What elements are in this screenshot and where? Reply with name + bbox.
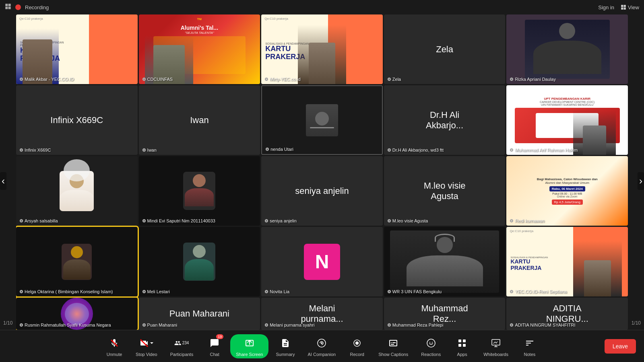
stop-video-button[interactable]: Stop Video [130,333,163,359]
svg-point-16 [429,342,430,343]
participant-display-name: Zela [436,44,453,55]
participants-button[interactable]: 234 Participants [165,333,199,359]
svg-point-14 [355,341,359,345]
chat-badge: 19 [216,334,223,339]
share-screen-icon [242,336,257,350]
participant-name: Melani purnama syahri [264,323,314,327]
notes-icon [522,336,537,350]
top-bar: Recording Sign in View [0,0,644,14]
participant-cell[interactable]: Helga Oktarina ( Bimbingan Konseling Isl… [16,227,138,296]
share-screen-button[interactable]: Share Screen [230,334,268,358]
unmute-button[interactable]: Unmute [100,333,128,359]
chat-label: Chat [210,352,219,357]
whiteboards-label: Whiteboards [483,352,508,357]
apps-label: Apps [457,352,467,357]
participant-name: CDCUINFAS [142,77,173,82]
participant-display-name: M.leo visie Agusta [414,181,475,202]
reactions-label: Reactions [421,352,441,357]
participants-icon: 234 [174,336,189,350]
captions-icon [386,336,400,350]
view-button[interactable]: View [621,4,639,10]
share-screen-label: Share Screen [236,352,263,357]
participant-display-name: seniya anjelin [295,186,349,196]
participant-name: Muhammad Arif Rahman Hakim [510,148,578,152]
svg-rect-2 [5,7,8,9]
participant-display-name: ADITIA NINGRU... [537,303,598,324]
right-page-indicator: 1/10 [632,320,641,326]
record-icon [350,336,364,350]
svg-rect-4 [621,5,623,7]
record-label: Record [350,352,364,357]
svg-rect-5 [624,5,626,7]
whiteboards-icon [489,336,503,350]
chat-button[interactable]: 19 Chat [200,333,229,359]
participant-display-name: Iwan [190,115,208,125]
participant-name: Rusmin Rahmatullah Syafii Kusuma Negara [19,323,111,327]
participant-cell: N Novita Lia [261,227,383,296]
microphone-icon [107,336,122,350]
apps-button[interactable]: Apps [448,333,476,359]
svg-rect-19 [463,339,466,342]
participant-cell: Iwan Iwan [139,85,260,155]
reactions-button[interactable]: Reactions [415,333,446,359]
participant-cell: Puan Maharani Puan Maharani [139,298,260,330]
participant-display-name: Melani purnama... [292,303,353,324]
whiteboards-button[interactable]: Whiteboards [478,333,514,359]
unmute-label: Unmute [107,352,122,357]
participant-name: seniya anjelin [264,218,297,223]
participant-display-name: Dr.H Ali Akbarjo... [414,110,475,131]
ai-companion-button[interactable]: AI Companion [302,333,342,359]
participant-cell: Qe:C10 prakerja SOSIALISASI & PENDAMPING… [506,227,628,296]
svg-point-17 [432,342,433,343]
summary-button[interactable]: Summary [270,333,300,359]
svg-rect-20 [458,344,461,347]
participant-cell: TNI Alumni's Tal... "SEJUTA TALENTA" CDC… [139,14,260,84]
svg-rect-7 [624,8,626,10]
participant-cell: Melani purnama... Melani purnama syahri [261,298,383,330]
video-grid: Qe:C10 prakerja SOSIALISASI & PENDAMPING… [16,14,628,330]
participant-cell: Infinix X669C Infinix X669C [16,85,138,155]
participant-cell: Zela Zela [384,14,506,84]
participant-cell: Qe:C10 prakerja SOSIALISASI & PENDAMPING… [16,14,138,84]
participant-name: Infinix X669C [19,148,51,152]
participant-name: Novita Lia [264,289,289,294]
participant-name: Muhammad Reza Pahlepi [387,323,444,327]
recording-label: Recording [25,4,49,10]
participant-name: Mirty-YEC.co.id [264,77,300,82]
next-page-button[interactable]: › [638,172,644,190]
stop-video-label: Stop Video [136,352,157,357]
participant-name: WR 3 UIN FAS Bengkulu [387,289,442,294]
participant-display-name: Puan Maharani [169,309,229,319]
participant-display-name: Muhammad Rez... [414,303,475,324]
participant-cell: Muhammad Rez... Muhammad Reza Pahlepi [384,298,506,330]
chat-icon: 19 [207,336,222,350]
participant-cell: Arsyah salsabilla [16,156,138,226]
left-page-indicator: 1/10 [3,320,12,326]
recording-dot [15,4,21,10]
participant-cell: M.leo visie Agusta M.leo visie Agusta [384,156,506,226]
participant-name: ADITIA NINGRUM SYAHFITRI [510,323,575,327]
participant-name: Helga Oktarina ( Bimbingan Konseling Isl… [19,289,113,294]
participant-avatar: N [304,244,340,280]
svg-rect-0 [5,4,8,6]
participant-cell: Rizka Apriani Daulay [506,14,628,84]
svg-rect-18 [458,339,461,342]
participant-cell: nenda Utari [261,85,383,155]
show-captions-button[interactable]: Show Captions [373,333,414,359]
sign-in-button[interactable]: Sign in [598,4,614,10]
notes-button[interactable]: Notes [516,333,544,359]
summary-label: Summary [276,352,295,357]
notes-label: Notes [524,352,536,357]
svg-marker-10 [150,342,153,344]
prev-page-button[interactable]: ‹ [0,172,6,190]
participant-name: Mindi Evi Saputri Nim 2011140033 [142,218,215,223]
participant-name: Arsyah salsabilla [19,218,58,223]
participant-name: Rizka Apriani Daulay [510,77,556,82]
participant-cell: seniya anjelin seniya anjelin [261,156,383,226]
record-button[interactable]: Record [343,333,371,359]
leave-button[interactable]: Leave [605,339,636,354]
participant-name: Iwan [142,148,157,152]
apps-icon [455,336,469,350]
grid-icon [5,3,11,11]
svg-rect-22 [492,339,500,345]
